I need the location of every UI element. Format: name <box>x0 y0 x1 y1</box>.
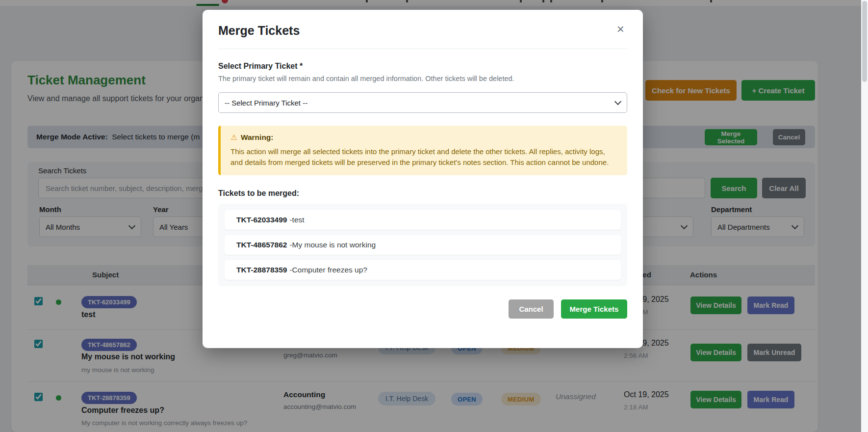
modal-header-divider <box>218 49 627 49</box>
close-icon[interactable]: × <box>614 24 627 34</box>
warning-alert: ⚠Warning: This action will merge all sel… <box>218 126 627 175</box>
primary-ticket-label: Select Primary Ticket * <box>218 62 627 71</box>
merge-item-subject: Computer freezes up? <box>292 266 367 274</box>
merge-list-item: TKT-48657862 - My mouse is not working <box>225 235 621 255</box>
merge-item-ticket: TKT-62033499 <box>236 216 287 224</box>
primary-ticket-select[interactable]: -- Select Primary Ticket -- <box>218 92 627 113</box>
modal-cancel-button[interactable]: Cancel <box>509 299 554 319</box>
merge-list-label: Tickets to be merged: <box>218 189 627 198</box>
primary-ticket-help: The primary ticket will remain and conta… <box>218 75 627 82</box>
scrollbar-thumb[interactable] <box>862 1 867 82</box>
modal-merge-button[interactable]: Merge Tickets <box>561 299 627 319</box>
warning-title: ⚠Warning: <box>230 133 617 142</box>
merge-list-item: TKT-62033499 - test <box>225 210 621 230</box>
merge-tickets-modal: Merge Tickets × Select Primary Ticket * … <box>203 10 643 348</box>
merge-item-subject: test <box>292 216 305 224</box>
warning-title-text: Warning: <box>241 133 274 141</box>
merge-list: TKT-62033499 - test TKT-48657862 - My mo… <box>218 204 627 286</box>
merge-item-ticket: TKT-48657862 <box>236 241 287 249</box>
modal-title: Merge Tickets <box>218 24 300 38</box>
primary-ticket-field[interactable]: -- Select Primary Ticket -- <box>218 92 627 113</box>
app-root: Ticket Management View and manage all su… <box>0 0 868 432</box>
warning-body: This action will merge all selected tick… <box>230 146 617 168</box>
merge-item-ticket: TKT-28878359 <box>236 266 287 274</box>
warning-icon: ⚠ <box>230 133 237 141</box>
merge-item-subject: My mouse is not working <box>292 241 376 249</box>
merge-list-item: TKT-28878359 - Computer freezes up? <box>225 260 621 280</box>
